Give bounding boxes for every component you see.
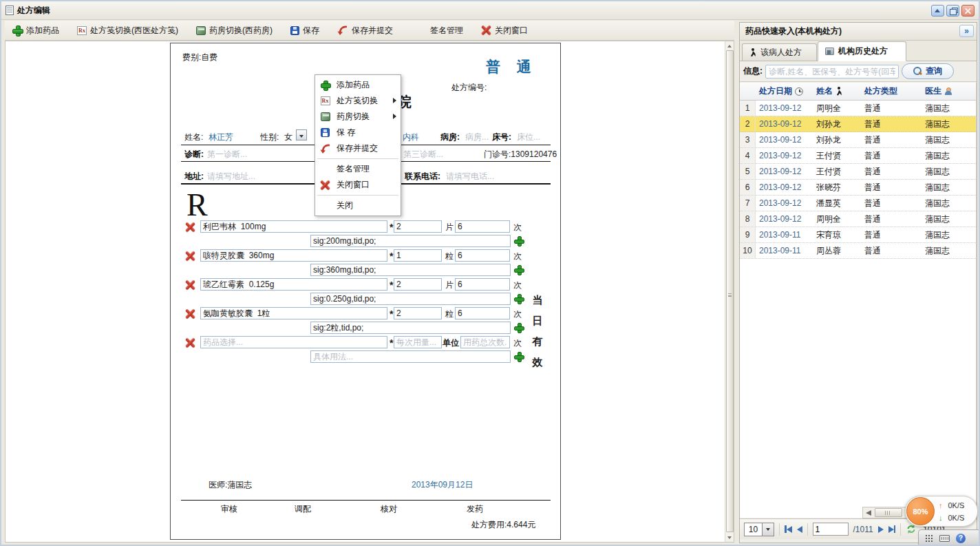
drug-sig-input[interactable] [310,350,511,363]
add-sig-icon[interactable] [514,236,524,246]
drug-sig-input[interactable] [310,322,511,334]
toolbar-switch-sheet-button[interactable]: Rx 处方笺切换(西医处方笺) [77,25,178,36]
menu-item-switch-pharmacy[interactable]: 药房切换 [315,109,401,125]
diagnosis1-placeholder[interactable]: 第一诊断... [207,149,247,160]
add-sig-icon[interactable] [514,352,524,361]
add-sig-icon[interactable] [514,323,524,333]
toolbar-signature-button[interactable]: 签名管理 [430,25,463,36]
drug-times-input[interactable] [455,220,510,233]
drug-qty-input[interactable] [394,220,442,233]
page-number-input[interactable] [813,523,849,536]
drug-name-input[interactable] [200,278,387,291]
scroll-down-button[interactable] [725,533,734,542]
drug-times-input[interactable] [455,307,510,319]
triangle-down-icon [727,536,732,539]
menu-item-close[interactable]: 关闭 [315,198,401,213]
bed-placeholder[interactable]: 床位... [517,132,540,143]
table-row[interactable]: 8 2013-09-12 周明全 普通 蒲国志 [740,211,976,227]
phone-placeholder[interactable]: 请填写电话... [446,171,494,182]
table-row[interactable]: 3 2013-09-12 刘孙龙 普通 蒲国志 [740,132,976,148]
column-name[interactable]: 姓名 [813,83,861,100]
delete-drug-icon[interactable] [185,251,195,261]
drug-sig-input[interactable] [310,235,511,247]
drug-qty-input[interactable] [394,249,442,262]
next-page-button[interactable] [878,526,884,533]
panel-collapse-button[interactable]: » [959,25,974,37]
drug-name-input[interactable] [200,336,387,348]
hscrollbar-thumb[interactable] [875,508,902,517]
add-sig-icon[interactable] [514,294,524,304]
drug-times-input[interactable] [460,336,510,348]
scroll-up-button[interactable] [725,41,734,50]
tab-patient-prescriptions[interactable]: 该病人处方 [742,43,817,61]
menu-item-signature[interactable]: 签名管理 [315,161,401,177]
menu-item-switch-sheet[interactable]: Rx 处方笺切换 [315,93,401,109]
toolbar-close-window-button[interactable]: 关闭窗口 [481,25,528,36]
pharmacy-icon [196,26,206,35]
drug-name-input[interactable] [200,307,387,319]
tab-org-history-prescriptions[interactable]: 机构历史处方 [818,41,906,61]
prev-page-button[interactable] [797,526,802,533]
table-row[interactable]: 10 2013-09-11 周丛蓉 普通 蒲国志 [740,243,976,259]
page-size-select[interactable]: 10 [744,523,774,536]
drug-qty-input[interactable] [394,336,442,348]
search-input[interactable] [765,65,899,78]
address-placeholder[interactable]: 请填写地址... [207,171,255,182]
close-button[interactable] [961,5,974,17]
drug-name-input[interactable] [200,220,387,233]
minimize-button[interactable] [931,5,944,17]
drug-name-input[interactable] [200,249,387,262]
add-sig-icon[interactable] [514,265,524,275]
table-row[interactable]: 6 2013-09-12 张晓芬 普通 蒲国志 [740,180,976,196]
first-page-button[interactable] [785,525,792,533]
delete-drug-icon[interactable] [185,337,195,348]
drug-times-input[interactable] [455,278,510,291]
unit-label: 单位 [443,337,459,349]
keyboard-icon[interactable] [939,535,950,542]
diagnosis3-placeholder[interactable]: 第三诊断... [403,149,443,160]
column-doctor[interactable]: 医生 [922,83,977,100]
delete-drug-icon[interactable] [185,222,195,232]
main-vertical-scrollbar[interactable] [725,41,734,542]
grid-icon[interactable] [925,534,933,543]
menu-item-add-drug[interactable]: 添加药品 [315,77,401,93]
toolbar: 添加药品 Rx 处方笺切换(西医处方笺) 药房切换(西药房) 保存 保存并提交 … [5,21,734,41]
delete-drug-icon[interactable] [185,280,195,290]
drug-row: * 粒 次 [171,249,560,278]
column-date[interactable]: 处方日期 [756,83,813,100]
ward-placeholder[interactable]: 病房... [465,132,489,143]
gender-value: 女 [284,132,292,143]
drug-sig-input[interactable] [310,264,511,276]
menu-item-close-window[interactable]: 关闭窗口 [315,177,401,193]
drug-qty-input[interactable] [394,278,442,291]
toolbar-save-button[interactable]: 保存 [290,25,319,36]
drug-sig-input[interactable] [310,293,511,305]
table-row-selected[interactable]: 2 2013-09-12 刘孙龙 普通 蒲国志 [740,116,976,132]
query-button[interactable]: 查询 [902,63,954,79]
drug-qty-input[interactable] [394,307,442,319]
menu-item-save[interactable]: 保 存 [315,125,401,140]
restore-button[interactable] [946,5,959,17]
prescription-edit-window: 处方编辑 添加药品 Rx 处方笺切换(西医处方笺) 药房切换(西药房) 保存 保… [0,0,980,546]
table-row[interactable]: 9 2013-09-11 宋育琼 普通 蒲国志 [740,227,976,243]
chevron-down-icon [299,135,303,138]
delete-drug-icon[interactable] [185,308,195,319]
table-horizontal-scrollbar[interactable] [862,507,910,518]
last-page-button[interactable] [888,525,896,533]
search-bar: 信息: 查询 [740,61,977,82]
toolbar-switch-pharmacy-button[interactable]: 药房切换(西药房) [196,25,273,36]
scrollbar-thumb[interactable] [726,50,734,532]
drug-times-input[interactable] [455,249,510,262]
gender-dropdown-button[interactable] [296,129,307,140]
scroll-left-button[interactable] [863,507,873,518]
table-row[interactable]: 4 2013-09-12 王付贤 普通 蒲国志 [740,148,976,164]
table-row[interactable]: 7 2013-09-12 潘显英 普通 蒲国志 [740,196,976,211]
table-row[interactable]: 1 2013-09-12 周明全 普通 蒲国志 [740,101,976,116]
menu-item-save-submit[interactable]: 保存并提交 [315,140,401,156]
help-icon[interactable]: ? [956,534,966,543]
column-type[interactable]: 处方类型 [861,83,922,100]
page-size-dropdown-button[interactable] [763,523,774,536]
table-row[interactable]: 5 2013-09-12 王付贤 普通 蒲国志 [740,164,976,180]
toolbar-add-drug-button[interactable]: 添加药品 [12,25,59,36]
toolbar-save-submit-button[interactable]: 保存并提交 [337,25,393,36]
